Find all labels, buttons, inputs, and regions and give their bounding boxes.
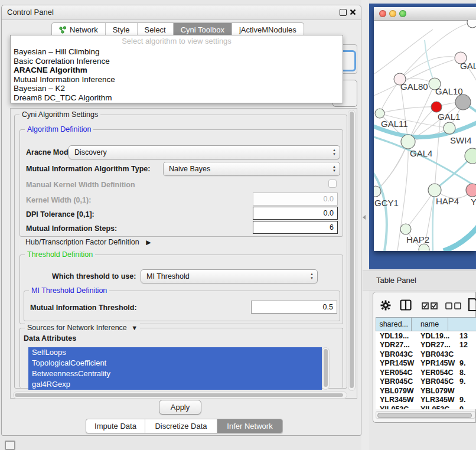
algorithm-option[interactable]: Basic Correlation Inference [11, 57, 343, 66]
combo-stepper-icon: ▲▼ [307, 272, 317, 281]
cell-shared-name: YPR145W [376, 359, 417, 367]
algorithm-option[interactable]: Dream8 DC_TDC Algorithm [11, 93, 343, 103]
list-item[interactable]: TopologicalCoefficient [28, 358, 322, 369]
tab-impute-data-label: Impute Data [94, 422, 136, 431]
combo-stepper-icon: ▲▼ [329, 165, 340, 173]
manual-kernel-width-checkbox[interactable] [328, 180, 337, 188]
node-label: HAP4 [436, 196, 459, 206]
table-row[interactable]: YLR345W YLR345W 9. [376, 396, 476, 405]
collapse-arrow-icon: ▼ [131, 324, 138, 331]
apply-button[interactable]: Apply [159, 400, 201, 415]
attributes-list-scrollbar[interactable] [322, 347, 330, 390]
network-window-titlebar[interactable] [374, 7, 476, 21]
cell-name: YPR145W [417, 359, 459, 367]
mi-threshold-field[interactable]: 0.5 [251, 301, 337, 314]
node-label: GAL1 [438, 112, 460, 122]
zoom-traffic-light[interactable] [399, 10, 406, 17]
tab-cyni-toolbox-label: Cyni Toolbox [181, 25, 224, 34]
mi-threshold-group: MI Threshold Definition Mutual Informati… [24, 291, 340, 321]
algorithm-definition-title: Algorithm Definition [25, 125, 93, 133]
cell-value: 9 [459, 405, 472, 409]
combo-stepper-icon: ▲▼ [329, 148, 340, 156]
panel-splitter[interactable] [361, 0, 369, 450]
export-table-icon[interactable] [468, 298, 476, 312]
dpi-tolerance-label: DPI Tolerance [0,1]: [26, 210, 94, 219]
algorithm-dropdown-popup: Select algorithm to view settings Bayesi… [10, 35, 343, 103]
algorithm-definition-group: Algorithm Definition Aracne Mode: Discov… [19, 129, 343, 237]
network-node-HAP2[interactable] [400, 224, 411, 234]
aracne-mode-combo[interactable]: Discovery ▲▼ [69, 145, 340, 159]
settings-horizontal-scrollbar[interactable] [13, 392, 347, 399]
cell-value: 9. [459, 396, 472, 404]
algorithm-option[interactable]: Bayesian – Hill Climbing [11, 47, 343, 57]
algorithm-option[interactable]: Mutual Information Inference [11, 75, 343, 84]
node-label: SWI4 [450, 135, 472, 145]
collapsed-panel-icon[interactable] [5, 441, 15, 450]
table-row[interactable]: YBL079W YBL079W [376, 386, 476, 396]
column-header-clipped[interactable] [448, 317, 476, 331]
mi-algorithm-type-label: Mutual Information Algorithm Type: [26, 165, 150, 173]
mi-algorithm-type-combo[interactable]: Naive Bayes ▲▼ [163, 162, 340, 176]
algorithm-option[interactable]: Bayesian – K2 [11, 84, 343, 93]
network-view-window: GAL80 GAL10 GAL1 GAL11 GAL4 SWI4 GCY1 HA… [374, 7, 476, 251]
close-traffic-light[interactable] [379, 10, 386, 17]
table-row[interactable]: YIL052C YIL052C 9 [376, 405, 476, 409]
tab-infer-network[interactable]: Infer Network [217, 419, 282, 433]
table-row[interactable]: YBR045C YBR045C 9. [376, 377, 476, 387]
column-header-name[interactable]: name [412, 317, 448, 331]
table-body: YDL19... YDL19... 13 YDR27... YDR27... 1… [376, 331, 476, 409]
table-row[interactable]: YDL19... YDL19... 13 [376, 331, 476, 341]
network-node-HAP4[interactable] [428, 184, 441, 197]
table-row[interactable]: YDR27... YDR27... 12 [376, 341, 476, 350]
control-panel-titlebar[interactable]: Control Panel [2, 5, 361, 20]
network-node-gray[interactable] [455, 94, 471, 110]
network-node-Y[interactable] [466, 184, 476, 197]
kernel-width-field[interactable]: 0.0 [253, 193, 338, 206]
aracne-mode-value: Discovery [69, 148, 329, 156]
table-toolbar [373, 292, 475, 317]
list-item[interactable]: SelfLoops [28, 347, 322, 358]
mi-steps-field[interactable]: 6 [253, 221, 338, 234]
float-window-icon[interactable] [340, 9, 347, 16]
cell-value: 9. [459, 359, 472, 367]
table-row[interactable]: YBR043C YBR043C [376, 350, 476, 359]
network-node-bottom[interactable] [419, 244, 429, 251]
gear-icon[interactable] [380, 300, 391, 311]
control-panel-window: Control Panel Network Style Select [1, 5, 361, 436]
tab-discretize-data[interactable]: Discretize Data [145, 419, 217, 433]
minimize-traffic-light[interactable] [389, 10, 396, 17]
table-row[interactable]: YPR145W YPR145W 9. [376, 359, 476, 369]
split-columns-icon[interactable] [400, 299, 412, 311]
tab-impute-data[interactable]: Impute Data [86, 419, 145, 433]
sources-group-title[interactable]: Sources for Network Inference ▼ [25, 324, 140, 332]
settings-vertical-scrollbar[interactable] [348, 110, 356, 391]
network-node-red[interactable] [431, 102, 442, 112]
cell-name: YDL19... [417, 332, 459, 340]
hub-definition-expander[interactable]: Hub/Transcription Factor Definition ▶ [25, 238, 151, 246]
list-item[interactable]: gal4RGexp [28, 379, 322, 390]
algorithm-option-selected[interactable]: ARACNE Algorithm [11, 66, 343, 75]
deselect-all-checkboxes-icon[interactable] [445, 302, 462, 309]
select-all-checkboxes-icon[interactable] [422, 302, 438, 309]
list-item[interactable]: BetweennessCentrality [28, 369, 322, 379]
table-row[interactable]: YER054C YER054C 8. [376, 368, 476, 377]
aracne-mode-label: Aracne Mode: [26, 148, 75, 156]
cell-value: 9. [459, 377, 472, 386]
mi-threshold-label: Mutual Information Threshold: [30, 304, 137, 312]
which-threshold-combo[interactable]: MI Threshold ▲▼ [141, 269, 318, 283]
node-label: GAL10 [435, 86, 463, 96]
cell-shared-name: YIL052C [376, 405, 417, 409]
network-node[interactable] [467, 20, 476, 28]
network-node-GAL4[interactable] [401, 135, 415, 149]
node-label: Y [471, 197, 476, 207]
splitter-collapse-arrow-icon[interactable] [363, 215, 366, 220]
network-canvas[interactable]: GAL80 GAL10 GAL1 GAL11 GAL4 SWI4 GCY1 HA… [374, 20, 476, 251]
dpi-tolerance-field[interactable]: 0.0 [253, 207, 338, 220]
control-panel-title: Control Panel [7, 8, 54, 17]
close-icon[interactable] [350, 9, 356, 15]
table-horizontal-scrollbar[interactable] [376, 411, 475, 419]
network-node-GAL11[interactable] [375, 109, 384, 118]
network-node-GAL1[interactable] [444, 122, 455, 134]
column-header-shared-name[interactable]: shared... [376, 317, 412, 331]
node-label: GAL80 [400, 81, 428, 92]
